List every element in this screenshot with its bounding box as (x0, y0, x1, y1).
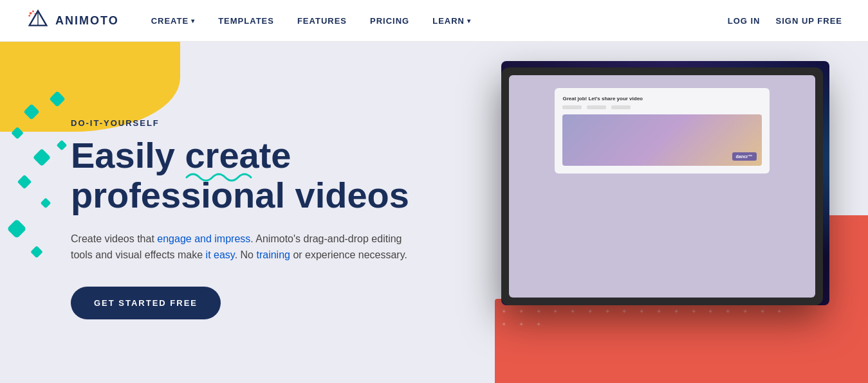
logo[interactable]: ANIMOTO (26, 8, 119, 33)
chevron-down-icon-2: ▾ (467, 17, 471, 24)
hero-description: Create videos that engage and impress. A… (71, 231, 418, 263)
monitor-brand: dancr™ (732, 152, 757, 161)
hero-content: DO-IT-YOURSELF Easily create professiona… (0, 105, 418, 319)
signup-button[interactable]: SIGN UP FREE (775, 16, 842, 26)
svg-point-4 (34, 13, 35, 15)
nav-pricing[interactable]: PRICING (370, 16, 409, 26)
navbar: ANIMOTO CREATE ▾ TEMPLATES FEATURES PRIC… (0, 0, 868, 42)
nav-features[interactable]: FEATURES (297, 16, 347, 26)
svg-point-2 (30, 12, 32, 15)
hero-image-area: Great job! Let's share your video dancr™ (482, 61, 868, 383)
logo-icon (26, 8, 50, 33)
hero-title: Easily create professional videos (71, 136, 418, 215)
svg-point-5 (28, 15, 30, 17)
nav-create[interactable]: CREATE ▾ (151, 16, 195, 26)
nav-learn[interactable]: LEARN ▾ (432, 16, 471, 26)
monitor-title: Great job! Let's share your video (562, 96, 761, 102)
monitor-mockup: Great job! Let's share your video dancr™ (501, 67, 823, 305)
get-started-button[interactable]: GET STARTED FREE (71, 287, 221, 319)
login-button[interactable]: LOG IN (728, 16, 761, 26)
svg-point-3 (32, 10, 34, 12)
nav-right: LOG IN SIGN UP FREE (728, 16, 842, 26)
chevron-down-icon: ▾ (191, 17, 195, 24)
nav-templates[interactable]: TEMPLATES (218, 16, 274, 26)
coral-bottom-decoration (495, 299, 829, 383)
hero-eyebrow: DO-IT-YOURSELF (71, 118, 418, 128)
logo-text: ANIMOTO (55, 14, 119, 28)
hero-section: DO-IT-YOURSELF Easily create professiona… (0, 42, 868, 383)
nav-links: CREATE ▾ TEMPLATES FEATURES PRICING LEAR… (151, 16, 728, 26)
coral-right-decoration (826, 215, 868, 383)
